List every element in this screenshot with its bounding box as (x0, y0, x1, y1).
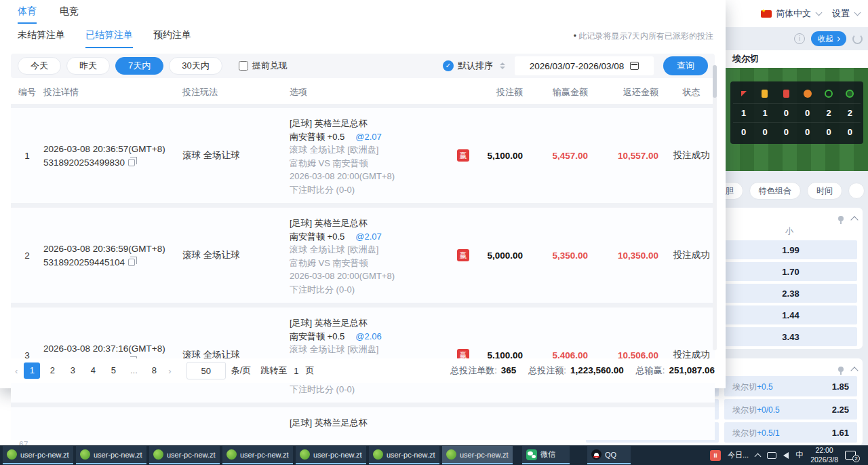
taskbar-qq-button[interactable]: QQ (587, 446, 631, 464)
taskbar-window-button[interactable]: user-pc-new.ztcz... (222, 446, 293, 464)
sort-select[interactable]: ✓ 默认排序 (443, 60, 505, 72)
tab-time[interactable]: 时间 (807, 182, 842, 200)
page-button[interactable]: 3 (64, 362, 81, 379)
date-range-input[interactable]: 2026/03/07-2026/03/08 (515, 56, 654, 75)
tray-chevron-up-icon[interactable] (755, 453, 762, 460)
language-selector[interactable]: 简体中文 (776, 7, 811, 20)
payout-amount: 10,557.00 (597, 108, 668, 203)
total-count: 总投注单数:365 (450, 365, 516, 377)
check-circle-icon: ✓ (443, 60, 454, 71)
row-number: 1 (11, 108, 43, 203)
filter-7days[interactable]: 7天内 (115, 57, 163, 75)
payout-amount: 10,350.00 (597, 208, 668, 303)
settings-menu[interactable]: 设置 (832, 7, 850, 20)
pin-icon[interactable] (838, 367, 844, 372)
bet-play-type: 滚球 全场让球 (182, 208, 290, 303)
odds-value: @2.06 (355, 331, 382, 341)
taskbar-window-button-active[interactable]: user-pc-new.ztcz... (442, 446, 513, 464)
chevron-up-icon[interactable] (850, 216, 858, 223)
filter-30days[interactable]: 30天内 (169, 57, 222, 75)
tab-reserved[interactable]: 预约注单 (153, 29, 191, 48)
filter-today[interactable]: 今天 (18, 57, 61, 75)
taskbar-window-button[interactable]: user-pc-new.ztcz... (149, 446, 220, 464)
bet-table: 编号 投注详情 投注玩法 选项 投注额 输赢金额 返还金额 状态 1 2026-… (11, 79, 715, 440)
page-button[interactable]: 4 (85, 362, 101, 379)
browser-app-icon (446, 449, 456, 460)
page-size-input[interactable] (186, 362, 226, 379)
tab-settled[interactable]: 已结算注单 (85, 29, 133, 48)
taskbar-window-button[interactable]: user-pc-new.ztcz... (369, 446, 439, 464)
odds-value: @2.07 (355, 132, 382, 142)
sidebar-toolbar: i 收起 (726, 27, 868, 50)
odds-cell[interactable]: 2.38 (724, 284, 857, 303)
bet-selection: [足球] 英格兰足总杯 南安普顿 +0.5@2.06 滚球 全场让球 [欧洲盘]… (290, 308, 474, 403)
qq-icon (591, 449, 601, 460)
copy-icon[interactable] (128, 159, 135, 166)
chevron-right-icon[interactable]: › (168, 366, 171, 376)
clock-time: 22:00 (815, 446, 833, 454)
pagination-bar: ‹ 1 2 3 4 5 ... 8 › 条/页 跳转至 1 页 总投注单数:36… (11, 358, 715, 383)
network-icon[interactable] (767, 452, 776, 459)
collapse-button[interactable]: 收起 (811, 31, 846, 46)
penalty-icon (804, 90, 812, 98)
page-button[interactable]: 8 (146, 362, 162, 379)
tab-more[interactable] (848, 183, 865, 199)
odds-cell[interactable]: 埃尔切+0.5/11.61 (724, 422, 857, 443)
browser-app-icon (153, 449, 163, 460)
odds-cell[interactable]: 1.99 (724, 240, 857, 259)
chevron-down-icon (854, 10, 861, 16)
row-number: 2 (11, 208, 43, 303)
taskbar-clock[interactable]: 22:00 2026/3/8 (810, 446, 838, 464)
bet-details: 2026-03-08 20:37:16(GMT+8) 5318920308729… (43, 308, 182, 403)
odds-cell[interactable]: 3.43 (724, 327, 857, 346)
chevron-left-icon[interactable]: ‹ (15, 366, 18, 376)
sort-arrows-icon (500, 62, 505, 69)
tab-unsettled[interactable]: 未结算注单 (18, 29, 65, 48)
win-badge: 赢 (457, 249, 469, 261)
cashout-filter[interactable]: 提前兑现 (239, 60, 288, 72)
search-button[interactable]: 查询 (663, 56, 708, 75)
odds-cell[interactable]: 埃尔切+0/0.52.25 (724, 399, 857, 420)
tab-sports[interactable]: 体育 (18, 5, 37, 24)
jump-page-value[interactable]: 1 (294, 366, 298, 376)
copy-icon[interactable] (128, 259, 135, 266)
taskbar-window-button[interactable]: user-pc-new.ztcz... (3, 446, 73, 464)
sport-tabs: 体育 电竞 (0, 0, 726, 24)
refresh-icon[interactable] (852, 34, 863, 44)
browser-app-icon (226, 449, 237, 460)
page-button[interactable]: 5 (105, 362, 121, 379)
bet-details: 2026-03-08 20:36:57(GMT+8) 5318920253499… (43, 108, 182, 203)
taskbar-window-button[interactable]: user-pc-new.ztcz... (296, 446, 366, 464)
page-ellipsis: ... (125, 362, 142, 379)
tray-app-label[interactable]: 今日... (728, 450, 749, 460)
bet-selection: [足球] 英格兰足总杯 南安普顿 +0.5@2.07 滚球 全场让球 [欧洲盘]… (290, 208, 474, 303)
odds-cell[interactable]: 埃尔切+0.51.85 (724, 376, 857, 396)
tab-esports[interactable]: 电竞 (60, 5, 79, 24)
volume-icon[interactable] (783, 452, 789, 459)
scrollbar-thumb[interactable] (713, 65, 717, 98)
jump-label: 跳转至 (260, 365, 287, 377)
table-row: 3 2026-03-08 20:37:16(GMT+8) 53189203087… (11, 308, 715, 403)
market-tabs: 波胆 特色组合 时间 ⇅ (708, 182, 868, 200)
pin-icon[interactable] (838, 216, 844, 221)
notification-icon[interactable]: 2 (845, 451, 856, 460)
table-row: 1 2026-03-08 20:36:57(GMT+8) 53189202534… (11, 108, 715, 203)
filter-yesterday[interactable]: 昨天 (66, 57, 110, 75)
ime-indicator[interactable]: 中 (795, 449, 804, 461)
page-button[interactable]: 2 (44, 362, 60, 379)
taskbar-wechat-button[interactable]: 微信 (522, 446, 570, 464)
taskbar-window-button[interactable]: user-pc-new.ztcz... (76, 446, 146, 464)
chevron-up-icon[interactable] (850, 367, 858, 374)
per-page-label: 条/页 (231, 365, 252, 377)
modal-scrollbar[interactable] (713, 65, 717, 350)
odds-cell[interactable]: 1.44 (724, 305, 857, 324)
sidebar-topbar: 简体中文 设置 (726, 0, 868, 27)
page-button[interactable]: 1 (24, 362, 40, 379)
bet-selection: [足球] 英格兰足总杯 南安普顿 +0.5@2.07 滚球 全场让球 [欧洲盘]… (290, 108, 474, 203)
odds-value: @2.07 (355, 231, 382, 242)
info-icon[interactable]: i (794, 33, 805, 44)
tab-special-combo[interactable]: 特色组合 (749, 182, 801, 200)
cashout-checkbox[interactable] (239, 61, 248, 71)
tray-app-icon[interactable]: II (710, 450, 721, 461)
odds-cell[interactable]: 1.70 (724, 262, 857, 281)
